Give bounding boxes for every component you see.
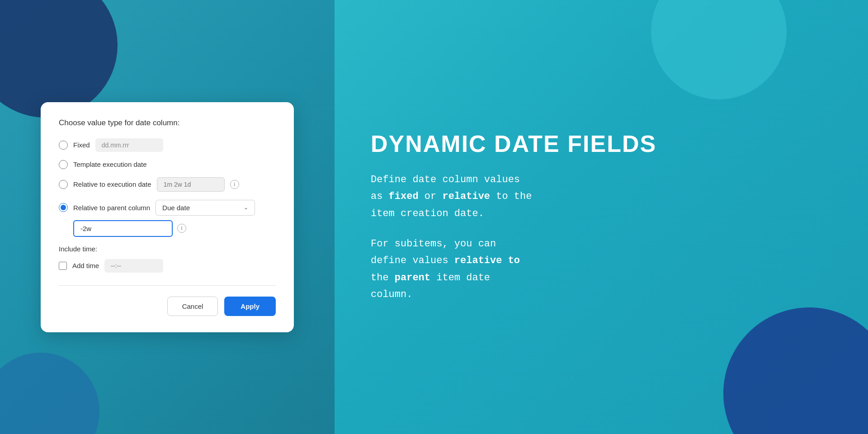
option-rel-exec-row: Relative to execution date i <box>59 177 276 192</box>
offset-input-row: i <box>73 220 276 237</box>
feature-description-2: For subitems, you can define values rela… <box>371 236 656 303</box>
apply-button[interactable]: Apply <box>224 297 276 316</box>
blob-top-right <box>651 0 787 99</box>
add-time-checkbox[interactable] <box>59 262 67 270</box>
radio-fixed-label: Fixed <box>73 141 90 149</box>
radio-rel-parent-label: Relative to parent column <box>73 204 150 212</box>
radio-rel-parent[interactable] <box>59 203 68 212</box>
time-row: Add time <box>59 259 276 273</box>
dialog-title: Choose value type for date column: <box>59 118 276 127</box>
dropdown-value: Due date <box>162 204 190 212</box>
radio-template[interactable] <box>59 160 68 169</box>
rel-exec-info-icon[interactable]: i <box>230 180 239 189</box>
dialog-card: Choose value type for date column: Fixed… <box>41 102 294 332</box>
include-time-label: Include time: <box>59 245 276 253</box>
option-fixed-row: Fixed <box>59 138 276 152</box>
feature-title: DYNAMIC DATE FIELDS <box>371 131 656 157</box>
blob-bottom-left <box>0 353 99 434</box>
option-rel-parent-row: Relative to parent column Due date ⌄ <box>59 200 276 216</box>
dialog-divider <box>59 285 276 286</box>
blob-top-left <box>0 0 118 118</box>
radio-fixed[interactable] <box>59 141 68 150</box>
fixed-date-input[interactable] <box>95 138 163 152</box>
parent-column-dropdown[interactable]: Due date ⌄ <box>156 200 255 216</box>
offset-input[interactable] <box>73 220 173 237</box>
right-content: DYNAMIC DATE FIELDS Define date column v… <box>371 131 656 303</box>
feature-description-1: Define date column values as fixed or re… <box>371 171 656 222</box>
rel-exec-input[interactable] <box>157 177 225 192</box>
radio-template-label: Template execution date <box>73 160 147 168</box>
blob-bottom-right <box>723 307 868 434</box>
cancel-button[interactable]: Cancel <box>167 297 218 316</box>
right-panel: DYNAMIC DATE FIELDS Define date column v… <box>335 0 868 434</box>
time-input[interactable] <box>104 259 163 273</box>
add-time-label: Add time <box>72 262 99 269</box>
radio-rel-exec[interactable] <box>59 180 68 189</box>
radio-rel-exec-label: Relative to execution date <box>73 180 151 188</box>
chevron-down-icon: ⌄ <box>244 204 248 211</box>
button-row: Cancel Apply <box>59 297 276 316</box>
option-template-row: Template execution date <box>59 160 276 169</box>
offset-info-icon[interactable]: i <box>177 224 186 233</box>
left-panel: Choose value type for date column: Fixed… <box>0 0 335 434</box>
include-time-section: Include time: Add time <box>59 245 276 273</box>
